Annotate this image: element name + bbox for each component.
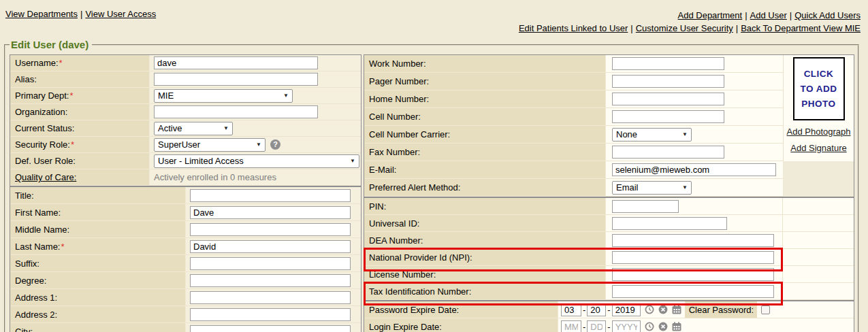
primary-dept-select[interactable]: MIE xyxy=(154,89,293,103)
table-row: Suffix: xyxy=(10,255,361,272)
table-row: Quality of Care: Actively enrolled in 0 … xyxy=(10,169,361,186)
table-row: Alias: xyxy=(10,71,361,88)
table-row: Current Status: Active xyxy=(10,120,361,137)
date-separator: - xyxy=(607,305,610,315)
address2-input[interactable] xyxy=(190,308,351,321)
security-role-label: Security Role:* xyxy=(10,137,150,153)
circle-x-icon[interactable] xyxy=(658,322,668,331)
date-separator: - xyxy=(607,322,610,332)
tax-id-label: Tax Identification Number: xyxy=(364,283,606,300)
city-input[interactable] xyxy=(190,325,351,332)
title-label: Title: xyxy=(10,187,186,204)
add-photograph-link[interactable]: Add Photograph xyxy=(787,127,851,137)
table-row: PIN: xyxy=(364,198,854,215)
pager-number-label: Pager Number: xyxy=(364,73,606,90)
table-row: Cell Number: xyxy=(364,108,854,126)
customize-user-security-link[interactable]: Customize User Security xyxy=(636,23,733,33)
tax-id-input[interactable] xyxy=(612,285,774,298)
view-user-access-link[interactable]: View User Access xyxy=(85,9,156,19)
suffix-input[interactable] xyxy=(190,257,351,270)
first-name-input[interactable] xyxy=(190,206,351,219)
address2-label: Address 2: xyxy=(10,306,186,323)
last-name-input[interactable] xyxy=(190,240,351,253)
calendar-icon[interactable] xyxy=(672,305,681,314)
photo-box-line: TO ADD xyxy=(800,84,837,94)
email-input[interactable] xyxy=(612,163,776,176)
dea-number-label: DEA Number: xyxy=(364,232,606,249)
password-expire-day-input[interactable] xyxy=(587,303,606,316)
account-info-table: Username:* Alias: Primary Dept:* MIE Org… xyxy=(10,54,361,186)
clear-password-label: Clear Password: xyxy=(685,301,757,318)
address1-input[interactable] xyxy=(190,291,351,304)
top-right-links-line2: Edit Patients Linked to User|Customize U… xyxy=(519,22,861,35)
work-number-input[interactable] xyxy=(612,57,724,70)
add-user-link[interactable]: Add User xyxy=(750,10,787,20)
required-marker: * xyxy=(59,58,63,68)
edit-patients-linked-link[interactable]: Edit Patients Linked to User xyxy=(519,23,628,33)
clock-icon[interactable] xyxy=(645,322,654,331)
password-expire-month-input[interactable] xyxy=(561,303,581,316)
clock-icon[interactable] xyxy=(645,305,654,314)
license-number-input[interactable] xyxy=(612,268,774,281)
login-expire-month-input[interactable] xyxy=(561,320,581,332)
alias-input[interactable] xyxy=(154,73,318,86)
link-separator: | xyxy=(80,9,82,19)
page-title: Edit User (dave) xyxy=(10,39,92,50)
npi-input[interactable] xyxy=(612,251,774,264)
city-label: City: xyxy=(10,323,186,332)
table-row: Primary Dept:* MIE xyxy=(10,88,361,104)
home-number-input[interactable] xyxy=(612,93,724,105)
login-expire-day-input[interactable] xyxy=(587,320,606,332)
add-signature-link[interactable]: Add Signature xyxy=(790,143,846,153)
photo-box-line: PHOTO xyxy=(801,99,835,109)
password-expire-year-input[interactable] xyxy=(612,303,641,316)
fax-number-input[interactable] xyxy=(612,146,724,159)
security-role-select[interactable]: SuperUser xyxy=(154,138,266,152)
required-marker: * xyxy=(69,90,73,101)
degree-input[interactable] xyxy=(190,274,351,287)
table-row: Preferred Alert Method: Email xyxy=(364,179,854,197)
pin-input[interactable] xyxy=(612,200,679,213)
back-to-department-view-link[interactable]: Back To Department View MIE xyxy=(741,23,861,33)
help-icon[interactable]: ? xyxy=(270,139,280,150)
top-right-links-line1: Add Department|Add User|Quick Add Users xyxy=(519,9,861,22)
middle-name-input[interactable] xyxy=(190,223,351,236)
primary-dept-label: Primary Dept:* xyxy=(10,88,150,104)
middle-name-label: Middle Name: xyxy=(10,221,186,238)
home-number-label: Home Number: xyxy=(364,90,606,108)
def-user-role-select[interactable]: User - Limited Access xyxy=(154,154,359,168)
table-row: Middle Name: xyxy=(10,221,361,238)
cell-carrier-select[interactable]: None xyxy=(612,128,692,142)
table-row: Organization: xyxy=(10,104,361,120)
def-user-role-label: Def. User Role: xyxy=(10,153,150,169)
fax-number-label: Fax Number: xyxy=(364,144,606,161)
photo-box-line: CLICK xyxy=(804,69,834,79)
quick-add-users-link[interactable]: Quick Add Users xyxy=(794,10,861,20)
calendar-icon[interactable] xyxy=(672,322,681,331)
username-input[interactable] xyxy=(154,56,318,69)
pager-number-input[interactable] xyxy=(612,75,724,88)
table-row: Title: xyxy=(10,187,361,204)
circle-x-icon[interactable] xyxy=(658,305,668,314)
cell-number-input[interactable] xyxy=(612,110,724,123)
alias-label: Alias: xyxy=(10,71,150,88)
clear-password-checkbox[interactable] xyxy=(761,305,770,314)
add-department-link[interactable]: Add Department xyxy=(678,10,743,20)
login-expire-year-input[interactable] xyxy=(612,320,641,332)
table-row: Address 1: xyxy=(10,289,361,306)
quality-of-care-link[interactable]: Quality of Care: xyxy=(15,172,76,182)
organization-input[interactable] xyxy=(154,105,318,118)
preferred-alert-method-select[interactable]: Email xyxy=(612,181,692,195)
table-row: Login Expire Date: - - xyxy=(364,318,854,332)
universal-id-input[interactable] xyxy=(612,217,727,230)
current-status-label: Current Status: xyxy=(10,120,150,137)
table-row: Home Number: xyxy=(364,90,854,108)
dea-number-input[interactable] xyxy=(612,234,774,247)
title-input[interactable] xyxy=(190,189,351,202)
table-row: Universal ID: xyxy=(364,215,854,232)
add-photo-box[interactable]: CLICK TO ADD PHOTO xyxy=(793,57,845,120)
view-departments-link[interactable]: View Departments xyxy=(5,9,78,19)
table-row: Pager Number: xyxy=(364,73,854,90)
table-row: Security Role:* SuperUser? xyxy=(10,137,361,153)
current-status-select[interactable]: Active xyxy=(154,122,233,135)
